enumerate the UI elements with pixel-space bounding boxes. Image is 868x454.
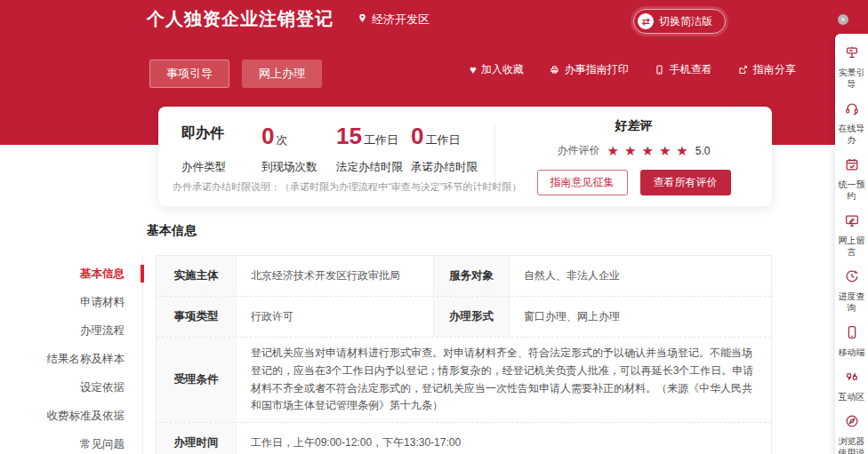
stats-rating-card: 即办件办件类型0次到现场次数15工作日法定办结时限0工作日承诺办结时限 办件承诺… [158, 107, 772, 206]
table-row: 受理条件登记机关应当对申请材料进行形式审查。对申请材料齐全、符合法定形式的予以确… [157, 338, 771, 423]
table-value: 北京经济技术开发区行政审批局 [237, 256, 434, 296]
table-row: 实施主体北京经济技术开发区行政审批局服务对象自然人、非法人企业 [157, 256, 771, 297]
tool-label: 统一预约 [837, 179, 867, 202]
action-label: 手机查看 [670, 62, 712, 77]
table-label: 实施主体 [157, 256, 237, 296]
action-label: 办事指南打印 [565, 62, 629, 77]
tool-label: 移动端 [837, 346, 867, 358]
tool-panel: 实景引导在线导办统一预约网上留言进度查询移动端互动区浏览器使用说明 [835, 34, 868, 454]
rating-row: 办件评价 ★★★★★ 5.0 [495, 143, 772, 158]
action-printer[interactable]: 办事指南打印 [549, 62, 629, 77]
table-label: 办理时间 [157, 423, 237, 454]
panel-close-icon[interactable]: × [838, 14, 848, 25]
table-row: 办理时间工作日，上午09:00-12:00，下午13:30-17:00 [157, 423, 771, 454]
signpost-icon [844, 44, 860, 64]
stat-item: 0次到现场次数 [261, 124, 336, 175]
banner-actions: ♥加入收藏办事指南打印手机查看指南分享 [470, 62, 796, 77]
quotes-chat-icon [844, 369, 860, 388]
stat-unit: 工作日 [364, 132, 398, 148]
nav-item-结果名称及样本[interactable]: 结果名称及样本 [0, 345, 133, 373]
view-all-reviews-button[interactable]: 查看所有评价 [640, 170, 731, 195]
stat-value: 0工作日 [411, 124, 486, 151]
star-icon: ★ [659, 144, 671, 157]
stat-label: 法定办结时限 [336, 160, 411, 175]
nav-item-办理流程[interactable]: 办理流程 [0, 316, 133, 345]
tab-guide[interactable]: 事项引导 [149, 60, 229, 88]
nav-item-收费标准及依据[interactable]: 收费标准及依据 [0, 402, 133, 430]
location-pin-icon [357, 12, 368, 28]
tool-compass[interactable]: 浏览器使用说明 [835, 408, 868, 454]
nav-item-基本信息[interactable]: 基本信息 [0, 259, 133, 288]
action-label: 加入收藏 [481, 62, 524, 77]
stat-value: 0次 [261, 124, 336, 151]
stat-value: 即办件 [181, 124, 261, 151]
stat-label: 办件类型 [181, 160, 261, 175]
stat-value: 15工作日 [336, 124, 411, 151]
tool-quotes-chat[interactable]: 互动区 [835, 363, 868, 408]
compass-icon [844, 413, 860, 433]
stat-number: 0 [411, 124, 423, 147]
rating-title: 好差评 [495, 118, 772, 134]
banner-top: 个人独资企业注销登记 经济开发区 [147, 7, 430, 31]
table-row: 事项类型行政许可办理形式窗口办理、网上办理 [157, 297, 771, 338]
rating-buttons: 指南意见征集 查看所有评价 [495, 170, 772, 195]
stat-number: 15 [336, 124, 362, 147]
printer-icon [549, 64, 560, 76]
table-value: 行政许可 [237, 297, 434, 337]
progress-clock-icon [844, 268, 860, 288]
switch-simple-version-button[interactable]: ⇄ 切换简洁版 [633, 9, 726, 34]
rating-label: 办件评价 [558, 143, 600, 158]
service-detail-page: 个人独资企业注销登记 经济开发区 ⇄ 切换简洁版 事项引导网上办理 ♥加入收藏办… [0, 0, 868, 454]
stats-section: 即办件办件类型0次到现场次数15工作日法定办结时限0工作日承诺办结时限 办件承诺… [158, 107, 494, 206]
tool-mobile[interactable]: 移动端 [835, 319, 868, 363]
star-icon: ★ [607, 144, 619, 157]
table-label: 事项类型 [157, 297, 237, 337]
location-label: 经济开发区 [372, 12, 430, 28]
stat-item: 15工作日法定办结时限 [336, 124, 411, 175]
monitor-edit-icon [844, 212, 860, 232]
stat-item: 0工作日承诺办结时限 [411, 124, 486, 175]
stat-unit: 工作日 [425, 132, 460, 148]
nav-divider [142, 255, 143, 454]
stat-label: 承诺办结时限 [411, 160, 486, 175]
table-value: 窗口办理、网上办理 [510, 297, 771, 337]
table-label: 服务对象 [434, 256, 510, 296]
action-phone[interactable]: 手机查看 [654, 62, 712, 77]
phone-icon [654, 64, 665, 76]
tool-monitor-edit[interactable]: 网上留言 [835, 207, 868, 263]
tool-calendar-check[interactable]: 统一预约 [835, 151, 868, 207]
action-share[interactable]: 指南分享 [737, 62, 796, 77]
switch-label: 切换简洁版 [659, 14, 712, 29]
nav-item-设定依据[interactable]: 设定依据 [0, 373, 133, 402]
tool-headset[interactable]: 在线导办 [835, 95, 868, 151]
table-value: 登记机关应当对申请材料进行形式审查。对申请材料齐全、符合法定形式的予以确认并当场… [237, 338, 771, 422]
stat-row: 即办件办件类型0次到现场次数15工作日法定办结时限0工作日承诺办结时限 [181, 124, 494, 175]
guide-feedback-button[interactable]: 指南意见征集 [537, 170, 628, 195]
stat-number: 0 [261, 124, 274, 147]
action-heart[interactable]: ♥加入收藏 [470, 62, 524, 77]
guide-tabs: 事项引导网上办理 [149, 60, 322, 88]
tab-online[interactable]: 网上办理 [242, 60, 322, 88]
tool-label: 网上留言 [837, 235, 867, 258]
tool-progress-clock[interactable]: 进度查询 [835, 263, 868, 319]
headset-icon [844, 100, 860, 120]
tool-label: 实景引导 [837, 67, 867, 90]
stat-item: 即办件办件类型 [181, 124, 261, 175]
nav-item-常见问题[interactable]: 常见问题 [0, 430, 133, 454]
heart-icon: ♥ [470, 64, 477, 76]
star-rating: ★★★★★ [607, 144, 688, 157]
tool-label: 进度查询 [837, 291, 867, 314]
stat-label: 到现场次数 [261, 160, 336, 175]
rating-section: 好差评 办件评价 ★★★★★ 5.0 指南意见征集 查看所有评价 [495, 107, 772, 206]
stat-unit: 次 [276, 132, 287, 148]
tool-signpost[interactable]: 实景引导 [835, 39, 868, 95]
star-icon: ★ [624, 144, 636, 157]
basic-info-table: 实施主体北京经济技术开发区行政审批局服务对象自然人、非法人企业事项类型行政许可办… [156, 255, 772, 454]
nav-item-申请材料[interactable]: 申请材料 [0, 288, 133, 316]
table-label: 受理条件 [157, 338, 237, 422]
swap-icon: ⇄ [638, 13, 654, 29]
tool-label: 互动区 [837, 391, 867, 402]
stat-number: 即办件 [181, 124, 224, 141]
star-icon: ★ [641, 144, 653, 157]
calendar-check-icon [844, 156, 860, 176]
